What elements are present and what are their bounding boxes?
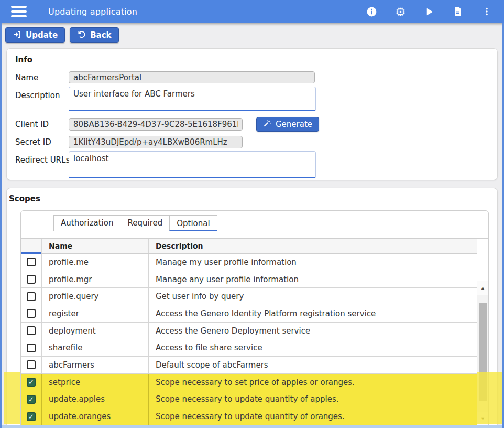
table-row: deployment Access the Genero Deployment … <box>21 323 477 340</box>
redirect-urls-label: Redirect URLs <box>15 151 69 165</box>
table-row: register Access the Genero Identity Plat… <box>21 305 477 323</box>
scope-checkbox[interactable] <box>27 275 36 284</box>
kebab-menu-icon[interactable] <box>481 6 492 17</box>
scroll-up-icon[interactable]: ▲ <box>477 281 488 295</box>
scrollbar-thumb[interactable] <box>479 303 487 401</box>
checkbox-column-header[interactable] <box>21 239 42 253</box>
back-button[interactable]: Back <box>70 27 118 43</box>
generate-button[interactable]: Generate <box>256 117 319 132</box>
table-cell-checkbox <box>21 305 42 322</box>
scopes-container: Authorization Required Optional Name Des… <box>20 210 489 425</box>
scroll-down-icon[interactable]: ▼ <box>477 412 488 425</box>
table-cell-checkbox <box>21 391 42 408</box>
table-row: sharefile Access to file share service <box>21 339 477 357</box>
table-row: abcFarmers Default scope of abcFarmers <box>21 357 477 374</box>
secret-id-input[interactable] <box>69 136 243 148</box>
redirect-urls-input[interactable]: localhost <box>69 151 316 178</box>
tab-required[interactable]: Required <box>120 215 169 231</box>
scope-checkbox[interactable] <box>27 309 36 318</box>
scope-checkbox[interactable] <box>27 412 36 421</box>
tab-optional[interactable]: Optional <box>169 215 217 231</box>
document-icon[interactable] <box>452 6 464 17</box>
table-row: setprice Scope necessary to set price of… <box>21 374 477 391</box>
update-button[interactable]: Update <box>5 27 65 43</box>
run-icon[interactable] <box>423 6 435 17</box>
secret-id-label: Secret ID <box>15 137 69 147</box>
tab-authorization[interactable]: Authorization <box>53 215 120 231</box>
scopes-panel-title: Scopes <box>9 194 497 204</box>
undo-icon <box>77 30 86 41</box>
scope-name: deployment <box>42 323 149 339</box>
window-border-right <box>502 23 504 428</box>
sign-in-icon <box>13 30 21 41</box>
chip-icon[interactable] <box>395 6 406 17</box>
scope-description: Access the Genero Identity Platform regi… <box>149 305 477 322</box>
scope-checkbox[interactable] <box>27 378 36 387</box>
client-id-label: Client ID <box>15 120 69 129</box>
table-cell-checkbox <box>21 271 42 288</box>
table-cell-checkbox <box>21 339 42 356</box>
scope-description: Scope necessary to update quantity of ap… <box>149 391 477 408</box>
scope-checkbox[interactable] <box>27 360 36 369</box>
description-label: Description <box>15 87 69 100</box>
toolbar: Update Back <box>0 23 504 47</box>
info-panel: Info Name Description User interface for… <box>6 48 498 180</box>
scope-checkbox[interactable] <box>27 326 36 335</box>
table-cell-checkbox <box>21 288 42 305</box>
info-icon[interactable] <box>366 6 377 17</box>
name-label: Name <box>15 73 69 82</box>
update-button-label: Update <box>26 30 58 40</box>
scope-name: profile.query <box>42 288 149 305</box>
scope-description: Get user info by query <box>149 288 477 305</box>
name-field-row: Name <box>15 71 497 83</box>
client-id-field-row: Client ID Generate <box>15 117 497 132</box>
description-input[interactable]: User interface for ABC Farmers <box>69 87 316 111</box>
redirect-urls-field-row: Redirect URLs localhost <box>15 151 497 178</box>
page-title: Updating application <box>48 7 137 17</box>
scope-name: profile.mgr <box>42 271 149 288</box>
scope-name: setprice <box>42 374 149 391</box>
table-cell-checkbox <box>21 357 42 373</box>
scope-description: Manage my user profile information <box>149 254 477 271</box>
scope-description: Scope necessary to set price of apples o… <box>149 374 477 391</box>
scope-description: Manage any user profile information <box>149 271 477 288</box>
scope-name: update.apples <box>42 391 149 408</box>
scope-name: update.oranges <box>42 408 149 425</box>
back-button-label: Back <box>90 30 111 40</box>
app-window: Updating application <box>0 0 504 428</box>
scope-checkbox[interactable] <box>27 344 36 352</box>
table-row: update.apples Scope necessary to update … <box>21 391 477 409</box>
scope-description: Default scope of abcFarmers <box>149 357 477 373</box>
scope-description: Scope necessary to update quantity of or… <box>149 408 477 425</box>
scopes-table: Name Description profile.me Manage my us… <box>21 238 488 425</box>
name-column-header[interactable]: Name <box>42 239 149 253</box>
table-cell-checkbox <box>21 374 42 391</box>
name-input[interactable] <box>69 71 315 83</box>
magic-wand-icon <box>263 119 271 130</box>
scope-checkbox[interactable] <box>27 258 36 266</box>
scope-checkbox[interactable] <box>27 292 36 301</box>
generate-button-label: Generate <box>276 120 312 129</box>
scopes-tab-bar: Authorization Required Optional <box>53 215 217 231</box>
scope-description: Access the Genero Deployment service <box>149 323 477 339</box>
window-border-bottom <box>0 425 504 428</box>
scope-checkbox[interactable] <box>27 395 36 404</box>
scopes-table-header: Name Description <box>21 239 477 254</box>
table-scrollbar[interactable]: ▲ ▼ <box>477 281 488 425</box>
description-column-header[interactable]: Description <box>149 239 477 253</box>
scopes-table-body: profile.me Manage my user profile inform… <box>21 254 477 425</box>
hamburger-menu-icon[interactable] <box>11 6 27 17</box>
scope-name: sharefile <box>42 339 149 356</box>
table-row: profile.query Get user info by query <box>21 288 477 305</box>
table-cell-checkbox <box>21 254 42 271</box>
table-row: profile.me Manage my user profile inform… <box>21 254 477 271</box>
table-row: profile.mgr Manage any user profile info… <box>21 271 477 288</box>
scopes-panel: Scopes Authorization Required Optional N… <box>6 188 498 425</box>
scope-name: profile.me <box>42 254 149 271</box>
table-cell-checkbox <box>21 323 42 339</box>
table-row: update.oranges Scope necessary to update… <box>21 408 477 425</box>
scope-name: register <box>42 305 149 322</box>
app-bar: Updating application <box>0 0 504 23</box>
window-border-left <box>0 23 2 428</box>
client-id-input[interactable] <box>69 118 243 131</box>
